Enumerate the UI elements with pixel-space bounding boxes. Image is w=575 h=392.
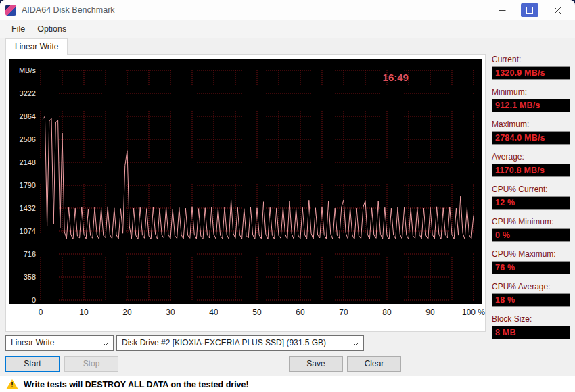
- warning-bar: ! Write tests will DESTROY ALL DATA on t…: [0, 376, 575, 392]
- stat-cpu-maximum: CPU% Maximum: 76 %: [492, 249, 570, 274]
- svg-text:0: 0: [32, 296, 36, 304]
- x-axis-tick: 20: [122, 308, 131, 317]
- svg-text:2148: 2148: [20, 158, 36, 166]
- stat-label: Maximum:: [492, 120, 570, 129]
- stat-value: 8 MB: [492, 326, 570, 339]
- menubar: File Options: [0, 20, 575, 38]
- minimize-icon: [499, 7, 506, 14]
- stat-value: 76 %: [492, 261, 570, 274]
- x-axis-tick: 70: [339, 308, 348, 317]
- benchmark-chart-area: 03587161074143217902148250628643222MB/s1…: [9, 59, 482, 304]
- svg-text:1790: 1790: [20, 181, 36, 189]
- drive-select-value: Disk Drive #2 [KIOXIA-EXCERIA PLUS SSD] …: [122, 338, 326, 347]
- stat-average: Average: 1170.8 MB/s: [492, 152, 570, 177]
- stat-label: Minimum:: [492, 87, 570, 97]
- stat-value: 12 %: [492, 196, 570, 210]
- tab-linear-write[interactable]: Linear Write: [5, 38, 68, 55]
- window-controls: [490, 0, 570, 20]
- x-axis-tick: 10: [79, 308, 88, 317]
- x-axis-tick: 30: [166, 308, 175, 317]
- save-button[interactable]: Save: [289, 356, 343, 372]
- chart-time-label: 16:49: [383, 72, 409, 83]
- maximize-button[interactable]: [521, 3, 538, 17]
- svg-text:2506: 2506: [20, 135, 36, 143]
- test-type-value: Linear Write: [11, 338, 54, 347]
- x-axis-tick: 50: [252, 308, 261, 317]
- x-axis-tick: 80: [382, 308, 391, 317]
- aida64-app-icon: [5, 5, 16, 16]
- start-button[interactable]: Start: [5, 356, 60, 372]
- x-axis-tick: 60: [296, 308, 304, 317]
- app-window: AIDA64 Disk Benchmark File Optio: [0, 0, 575, 392]
- test-type-select[interactable]: Linear Write: [5, 335, 114, 351]
- stat-maximum: Maximum: 2784.0 MB/s: [492, 120, 570, 145]
- stat-label: Current:: [492, 55, 570, 64]
- stat-cpu-minimum: CPU% Minimum: 0 %: [492, 217, 570, 242]
- warning-icon: !: [6, 379, 18, 390]
- drive-select[interactable]: Disk Drive #2 [KIOXIA-EXCERIA PLUS SSD] …: [116, 335, 364, 351]
- svg-text:716: 716: [24, 250, 36, 258]
- stat-value: 0 %: [492, 228, 570, 242]
- chart-x-axis: 0102030405060708090100 %: [9, 308, 482, 320]
- stat-current: Current: 1320.9 MB/s: [492, 55, 570, 80]
- stat-value: 1170.8 MB/s: [492, 164, 570, 177]
- window-title: AIDA64 Disk Benchmark: [22, 0, 115, 20]
- clear-button[interactable]: Clear: [347, 356, 401, 372]
- svg-text:358: 358: [24, 273, 36, 281]
- svg-text:3222: 3222: [20, 89, 36, 97]
- benchmark-chart: 03587161074143217902148250628643222MB/s1…: [9, 59, 482, 304]
- stat-label: Block Size:: [492, 314, 570, 324]
- svg-text:1432: 1432: [20, 204, 36, 212]
- stop-button[interactable]: Stop: [64, 356, 118, 372]
- stat-value: 912.1 MB/s: [492, 99, 570, 112]
- stat-label: CPU% Average:: [492, 282, 570, 291]
- menu-options[interactable]: Options: [32, 22, 72, 36]
- chevron-down-icon: [352, 342, 359, 346]
- stat-value: 1320.9 MB/s: [492, 66, 570, 80]
- x-axis-tick: 90: [426, 308, 434, 317]
- stat-value: 18 %: [492, 293, 570, 307]
- stat-minimum: Minimum: 912.1 MB/s: [492, 87, 570, 112]
- svg-text:1074: 1074: [20, 227, 36, 235]
- stat-label: Average:: [492, 152, 570, 162]
- stat-label: CPU% Maximum:: [492, 249, 570, 259]
- x-axis-tick: 100 %: [462, 308, 485, 317]
- chevron-down-icon: [102, 342, 109, 346]
- svg-text:MB/s: MB/s: [19, 66, 37, 74]
- titlebar: AIDA64 Disk Benchmark: [0, 0, 575, 20]
- close-button[interactable]: [545, 0, 570, 20]
- stat-cpu-average: CPU% Average: 18 %: [492, 282, 570, 307]
- close-icon: [554, 7, 561, 14]
- svg-text:2864: 2864: [20, 112, 36, 120]
- stat-label: CPU% Current:: [492, 185, 570, 194]
- x-axis-tick: 40: [209, 308, 218, 317]
- maximize-icon: [526, 7, 533, 14]
- chart-panel: 03587161074143217902148250628643222MB/s1…: [5, 54, 486, 332]
- stat-value: 2784.0 MB/s: [492, 131, 570, 145]
- stat-label: CPU% Minimum:: [492, 217, 570, 226]
- x-axis-tick: 0: [39, 308, 43, 317]
- stats-panel: Current: 1320.9 MB/s Minimum: 912.1 MB/s…: [492, 55, 570, 347]
- menu-file[interactable]: File: [6, 22, 30, 36]
- minimize-button[interactable]: [490, 0, 514, 20]
- warning-text: Write tests will DESTROY ALL DATA on the…: [24, 380, 249, 389]
- stat-block-size: Block Size: 8 MB: [492, 314, 570, 339]
- stat-cpu-current: CPU% Current: 12 %: [492, 185, 570, 210]
